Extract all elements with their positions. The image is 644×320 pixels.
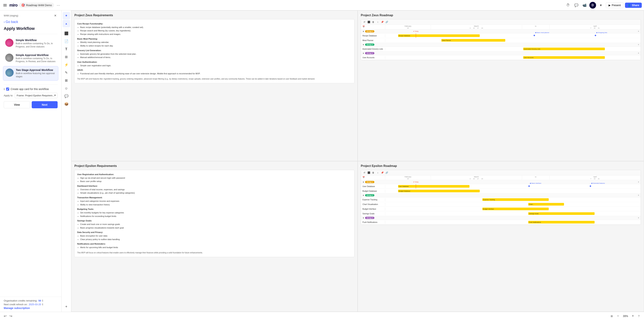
- workflow-item-approval[interactable]: Simple Approval Workflow Built-in workfl…: [3, 51, 58, 66]
- eps-savings-timeline: Savings Goals: [385, 211, 641, 216]
- tool-add[interactable]: +: [63, 303, 70, 310]
- zoom-level: 39%: [622, 314, 629, 317]
- refresh-info-icon[interactable]: ℹ: [42, 303, 43, 306]
- rm-pin-icon[interactable]: 📌: [380, 20, 384, 24]
- create-app-card-label[interactable]: Create app card for this workflow: [11, 88, 49, 91]
- present-button[interactable]: ▶ Present: [606, 3, 624, 8]
- workflow-item-two-stage[interactable]: Two Stage Approval Workflow Built-in wor…: [3, 66, 58, 81]
- zeus-recipe-db-timeline: Recipe Database ● Today ◆ ◆ Basic meal p…: [385, 33, 641, 38]
- eps-expense-timeline: Expense Tracking: [385, 197, 641, 202]
- tool-select[interactable]: ▲: [63, 20, 70, 27]
- apply-to-select[interactable]: Frame: Project Epsilon Requirem...: [15, 93, 58, 98]
- tool-text[interactable]: T: [63, 45, 70, 53]
- zeus-group2-header[interactable]: ▼ Group 2 +: [361, 43, 641, 47]
- zeus-group2-plus[interactable]: +: [638, 43, 639, 46]
- rm-month-mar: March3 10 17 24: [431, 25, 522, 29]
- comments-icon[interactable]: 💬: [573, 2, 580, 9]
- chevron-down-icon[interactable]: ▾: [598, 2, 604, 9]
- undo-button[interactable]: ↩: [3, 313, 7, 319]
- hamburger-button[interactable]: [2, 3, 8, 8]
- tool-shapes[interactable]: ⊞: [63, 53, 70, 61]
- zeus-user-accounts-label: User Accounts: [361, 56, 385, 59]
- manage-subscription-link[interactable]: Manage subscription: [4, 306, 58, 309]
- eps-rm-month-apr: April7 14 21: [550, 176, 641, 180]
- eps-chart-label: Chart Visualisation: [361, 203, 385, 206]
- eps-group2-header[interactable]: ▼ Group 2 +: [361, 193, 641, 197]
- tool-comment[interactable]: 💬: [63, 92, 70, 100]
- eps-rm-refresh-icon[interactable]: ↺: [362, 171, 366, 175]
- eps-rm-move-icon[interactable]: ↕: [376, 171, 380, 175]
- tool-cursor[interactable]: ✦: [63, 12, 70, 20]
- eps-user-db-bar: User Database: [398, 185, 470, 188]
- panel-title: Apply Workflow: [0, 25, 61, 34]
- workflow-avatar-approval: [5, 54, 14, 62]
- redo-button[interactable]: ↪: [9, 313, 13, 319]
- org-name: W4M (staging): [4, 14, 18, 17]
- rm-link-icon[interactable]: 🔗: [385, 20, 388, 24]
- eps-rm-pin-icon[interactable]: 📌: [380, 171, 384, 175]
- back-link[interactable]: ‹ Go back: [0, 19, 61, 25]
- group3-arrow: ▼: [362, 52, 364, 54]
- workflow-avatar-simple: [5, 39, 14, 47]
- timer-icon[interactable]: ⏱: [565, 2, 572, 9]
- zeus-row-user-accounts: User Accounts User Accounts: [361, 55, 641, 60]
- zoom-out-button[interactable]: −: [616, 313, 620, 318]
- eps-budget-int-timeline: Budget Interface: [385, 207, 641, 211]
- next-button[interactable]: Next: [32, 101, 58, 108]
- eps-rm-copy-icon[interactable]: ⬛: [367, 171, 371, 175]
- zeus-group3-header[interactable]: ▼ Group 3 +: [361, 51, 641, 55]
- eps-milestone-2: ◆ ◆ Extended features: [590, 185, 591, 187]
- rm-month-apr: April7 14 21: [550, 25, 641, 29]
- more-options-button[interactable]: ⋯: [56, 3, 61, 8]
- eps-milestone-1-label: ◆ Basic interface: [530, 182, 541, 184]
- grid-button[interactable]: ⊞: [609, 314, 614, 318]
- help-button[interactable]: ?: [636, 314, 641, 318]
- view-button[interactable]: View: [4, 101, 30, 108]
- zeus-group3-plus[interactable]: +: [638, 52, 639, 55]
- eps-group3-plus[interactable]: +: [638, 217, 639, 219]
- rm-copy-icon[interactable]: ⬛: [367, 20, 371, 24]
- eps-chart-timeline: Chart...: [385, 202, 641, 207]
- epsilon-rm-toolbar: ↺ ⬛ 🗑 ↕ 📌 🔗: [361, 170, 641, 176]
- create-app-card-checkbox[interactable]: [6, 88, 9, 91]
- tool-mindmap[interactable]: ⚡: [63, 61, 70, 69]
- eps-rm-delete-icon[interactable]: 🗑: [372, 171, 375, 175]
- zeus-rm-header: 📅 February25 March3 10 17 24 31 April7 1…: [361, 25, 641, 30]
- tool-pen[interactable]: ✎: [63, 69, 70, 76]
- zeus-grocery-timeline: Automated Grocery Lists: [385, 47, 641, 51]
- info-icon[interactable]: ℹ: [4, 88, 5, 91]
- workflow-name-two-stage: Two Stage Approval Workflow: [16, 69, 56, 72]
- eps-rm-link-icon[interactable]: 🔗: [385, 171, 388, 175]
- canvas-area[interactable]: Project Zeus Requirements Core Recipe Fu…: [71, 11, 644, 312]
- tool-sticky[interactable]: 📄: [63, 38, 70, 45]
- tool-emoji[interactable]: ☺: [63, 85, 70, 92]
- avatar[interactable]: D: [589, 2, 596, 9]
- eps-user-db-timeline: User Database ● Today ◆ ◆ Basic interfac…: [385, 184, 641, 189]
- panel-epsilon-requirements: Project Epsilon Requirements User Regist…: [71, 161, 358, 312]
- tool-crop[interactable]: ⊠: [63, 77, 70, 84]
- tool-3d[interactable]: 📦: [63, 100, 70, 108]
- workflow-item-simple[interactable]: Simple Workflow Built-in workflow contai…: [3, 36, 58, 51]
- video-icon[interactable]: 📹: [581, 2, 588, 9]
- close-button[interactable]: ✕: [53, 14, 58, 18]
- workflow-desc-simple: Built-in workflow containting To Do, In …: [16, 42, 56, 48]
- divider2: [4, 84, 58, 85]
- credits-info-icon[interactable]: ℹ: [42, 299, 43, 302]
- eps-group1-plus[interactable]: +: [638, 181, 639, 183]
- rm-refresh-icon[interactable]: ↺: [362, 20, 366, 24]
- rm-delete-icon[interactable]: 🗑: [372, 20, 375, 24]
- eps-row-budget-int: Budget Interface Budget Interface: [361, 207, 641, 211]
- board-tab[interactable]: 🎯 Roadmap W4M Demo: [19, 3, 54, 8]
- rm-move-icon[interactable]: ↕: [376, 20, 380, 24]
- eps-group3-header[interactable]: ▼ Group 3 +: [361, 216, 641, 220]
- zeus-rm-timeline: February25 March3 10 17 24 31 April7 14 …: [385, 25, 641, 29]
- zeus-group1-plus[interactable]: +: [638, 30, 639, 33]
- share-button[interactable]: 👤 Share: [625, 3, 642, 8]
- zeus-milestone-2: ◆ ◆ Shopping lists: [594, 34, 596, 37]
- zoom-in-button[interactable]: +: [631, 313, 635, 318]
- eps-group2-plus[interactable]: +: [638, 194, 639, 197]
- eps-group3-badge: Group 3: [365, 217, 374, 219]
- tool-frame[interactable]: ⬛: [63, 30, 70, 37]
- eps-user-db-label: User Database: [361, 185, 385, 188]
- epsilon-req-title: Project Epsilon Requirements: [74, 164, 354, 168]
